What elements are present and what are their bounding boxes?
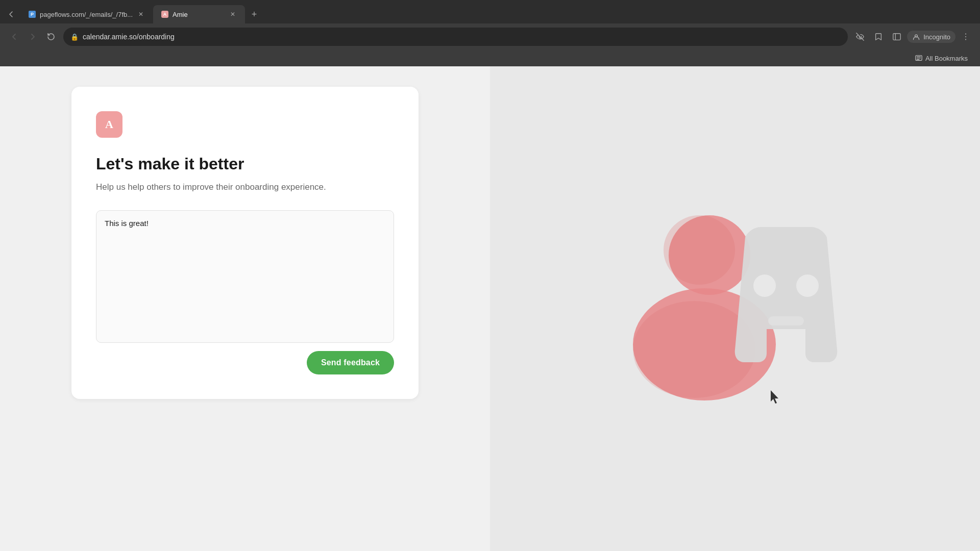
illustration-svg: [602, 176, 868, 441]
tab-amie-favicon: A: [161, 11, 168, 18]
card-subtitle: Help us help others to improve their onb…: [96, 181, 394, 194]
all-bookmarks-item[interactable]: All Bookmarks: [911, 54, 972, 63]
menu-button[interactable]: [958, 29, 974, 45]
feedback-card: A Let's make it better Help us help othe…: [71, 87, 419, 399]
svg-point-2: [965, 34, 966, 35]
svg-point-10: [753, 274, 776, 297]
toolbar-right: Incognito: [852, 29, 974, 45]
bookmarks-bar: All Bookmarks: [0, 50, 980, 66]
page-content: A Let's make it better Help us help othe…: [0, 66, 980, 551]
refresh-button[interactable]: [43, 29, 59, 45]
button-row: Send feedback: [96, 351, 394, 374]
cursor-indicator: [771, 390, 778, 404]
illustration: [490, 66, 980, 551]
tab-pageflows-label: pageflows.com/_/emails/_/7fb...: [40, 11, 133, 18]
address-bar-row: 🔒 calendar.amie.so/onboarding Incognito: [0, 23, 980, 50]
tab-amie-close[interactable]: ✕: [229, 10, 237, 18]
svg-rect-12: [768, 316, 804, 325]
sidebar-icon[interactable]: [889, 29, 905, 45]
tab-amie-label: Amie: [173, 11, 225, 18]
address-bar[interactable]: 🔒 calendar.amie.so/onboarding: [63, 28, 848, 46]
tab-bar: P pageflows.com/_/emails/_/7fb... ✕ A Am…: [0, 0, 980, 23]
tab-pageflows-favicon: P: [29, 11, 36, 18]
back-button[interactable]: [6, 29, 22, 45]
svg-point-3: [965, 36, 966, 37]
nav-buttons: [6, 29, 59, 45]
tab-scroll-left[interactable]: [4, 7, 18, 21]
bookmark-icon[interactable]: [870, 29, 887, 45]
feedback-textarea[interactable]: [96, 210, 394, 343]
incognito-badge[interactable]: Incognito: [907, 31, 955, 43]
card-title: Let's make it better: [96, 154, 394, 173]
lock-icon: 🔒: [70, 33, 79, 41]
svg-rect-0: [893, 34, 900, 40]
send-feedback-button[interactable]: Send feedback: [307, 351, 394, 374]
svg-point-11: [796, 274, 819, 297]
svg-point-7: [664, 215, 735, 285]
tab-pageflows-close[interactable]: ✕: [137, 10, 145, 18]
forward-button[interactable]: [24, 29, 41, 45]
amie-logo-letter: A: [105, 118, 113, 131]
incognito-label: Incognito: [923, 33, 950, 41]
eye-off-icon: [852, 29, 868, 45]
tab-amie[interactable]: A Amie ✕: [153, 5, 245, 23]
browser-chrome: P pageflows.com/_/emails/_/7fb... ✕ A Am…: [0, 0, 980, 66]
url-display: calendar.amie.so/onboarding: [83, 33, 841, 41]
all-bookmarks-label: All Bookmarks: [925, 55, 968, 62]
left-panel: A Let's make it better Help us help othe…: [0, 66, 490, 551]
svg-point-4: [965, 39, 966, 40]
tab-pageflows[interactable]: P pageflows.com/_/emails/_/7fb... ✕: [20, 5, 153, 23]
right-panel: [490, 66, 980, 551]
amie-logo: A: [96, 111, 122, 138]
new-tab-button[interactable]: +: [247, 7, 261, 21]
